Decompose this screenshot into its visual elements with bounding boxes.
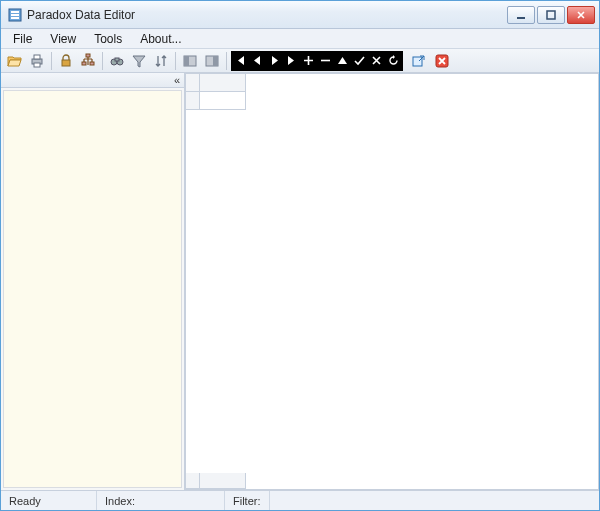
svg-rect-10 <box>86 54 90 57</box>
window-title: Paradox Data Editor <box>27 8 507 22</box>
window-buttons <box>507 6 595 24</box>
refresh-icon <box>388 55 399 66</box>
app-icon <box>7 7 23 23</box>
main-panel <box>185 73 599 490</box>
svg-rect-17 <box>184 56 189 66</box>
nav-insert-button[interactable] <box>302 54 315 67</box>
last-icon <box>286 55 297 66</box>
sort-icon <box>153 53 169 69</box>
table-structure-icon <box>80 53 96 69</box>
toolbar-extra <box>409 51 452 71</box>
grid-footer-cell <box>200 473 246 489</box>
nav-post-button[interactable] <box>353 54 366 67</box>
menu-file[interactable]: File <box>5 30 40 48</box>
prev-icon <box>252 55 263 66</box>
panel-right-icon <box>204 53 220 69</box>
open-button[interactable] <box>5 51 25 71</box>
first-icon <box>235 55 246 66</box>
svg-rect-5 <box>547 11 555 19</box>
folder-open-icon <box>7 53 23 69</box>
toolbar <box>1 49 599 73</box>
side-panel-header: « <box>1 73 184 88</box>
grid-row-header[interactable] <box>186 92 200 110</box>
menu-about[interactable]: About... <box>132 30 189 48</box>
svg-rect-20 <box>413 57 422 66</box>
x-icon <box>371 55 382 66</box>
svg-rect-3 <box>11 17 19 19</box>
menu-bar: File View Tools About... <box>1 29 599 49</box>
panel-b-button[interactable] <box>202 51 222 71</box>
nav-last-button[interactable] <box>285 54 298 67</box>
navigator-bar <box>231 51 403 71</box>
panel-left-icon <box>182 53 198 69</box>
separator <box>226 52 227 70</box>
title-bar: Paradox Data Editor <box>1 1 599 29</box>
data-grid[interactable] <box>185 73 599 490</box>
nav-delete-button[interactable] <box>319 54 332 67</box>
print-button[interactable] <box>27 51 47 71</box>
panel-a-button[interactable] <box>180 51 200 71</box>
status-filter: Filter: <box>225 491 270 510</box>
nav-edit-button[interactable] <box>336 54 349 67</box>
nav-next-button[interactable] <box>268 54 281 67</box>
svg-rect-9 <box>62 60 70 66</box>
nav-first-button[interactable] <box>234 54 247 67</box>
filter-button[interactable] <box>129 51 149 71</box>
collapse-button[interactable]: « <box>174 74 180 86</box>
minus-icon <box>320 55 331 66</box>
status-ready: Ready <box>1 491 97 510</box>
svg-rect-11 <box>82 62 86 65</box>
maximize-button[interactable] <box>537 6 565 24</box>
delete-all-button[interactable] <box>432 51 452 71</box>
nav-prior-button[interactable] <box>251 54 264 67</box>
svg-rect-19 <box>213 56 218 66</box>
lock-icon <box>58 53 74 69</box>
status-index: Index: <box>97 491 225 510</box>
svg-rect-2 <box>11 14 19 16</box>
delete-red-icon <box>434 53 450 69</box>
svg-rect-4 <box>517 17 525 19</box>
next-icon <box>269 55 280 66</box>
check-icon <box>354 55 365 66</box>
close-button[interactable] <box>567 6 595 24</box>
grid-footer-indicator <box>186 473 200 489</box>
side-panel: « <box>1 73 185 490</box>
svg-rect-1 <box>11 11 19 13</box>
find-button[interactable] <box>107 51 127 71</box>
plus-icon <box>303 55 314 66</box>
nav-refresh-button[interactable] <box>387 54 400 67</box>
status-bar: Ready Index: Filter: <box>1 490 599 510</box>
grid-column-header[interactable] <box>200 74 246 92</box>
menu-view[interactable]: View <box>42 30 84 48</box>
content-area: « <box>1 73 599 490</box>
separator <box>102 52 103 70</box>
svg-rect-7 <box>34 55 40 59</box>
nav-cancel-button[interactable] <box>370 54 383 67</box>
svg-rect-15 <box>115 58 119 61</box>
menu-tools[interactable]: Tools <box>86 30 130 48</box>
grid-corner <box>186 74 200 92</box>
sort-button[interactable] <box>151 51 171 71</box>
printer-icon <box>29 53 45 69</box>
separator <box>175 52 176 70</box>
separator <box>51 52 52 70</box>
binoculars-icon <box>109 53 125 69</box>
structure-button[interactable] <box>78 51 98 71</box>
table-list[interactable] <box>3 90 182 488</box>
export-icon <box>411 53 427 69</box>
app-window: Paradox Data Editor File View Tools Abou… <box>0 0 600 511</box>
triangle-up-icon <box>337 55 348 66</box>
grid-cell[interactable] <box>200 92 246 110</box>
svg-rect-12 <box>90 62 94 65</box>
svg-rect-8 <box>34 63 40 67</box>
minimize-button[interactable] <box>507 6 535 24</box>
lock-button[interactable] <box>56 51 76 71</box>
export-button[interactable] <box>409 51 429 71</box>
funnel-icon <box>131 53 147 69</box>
